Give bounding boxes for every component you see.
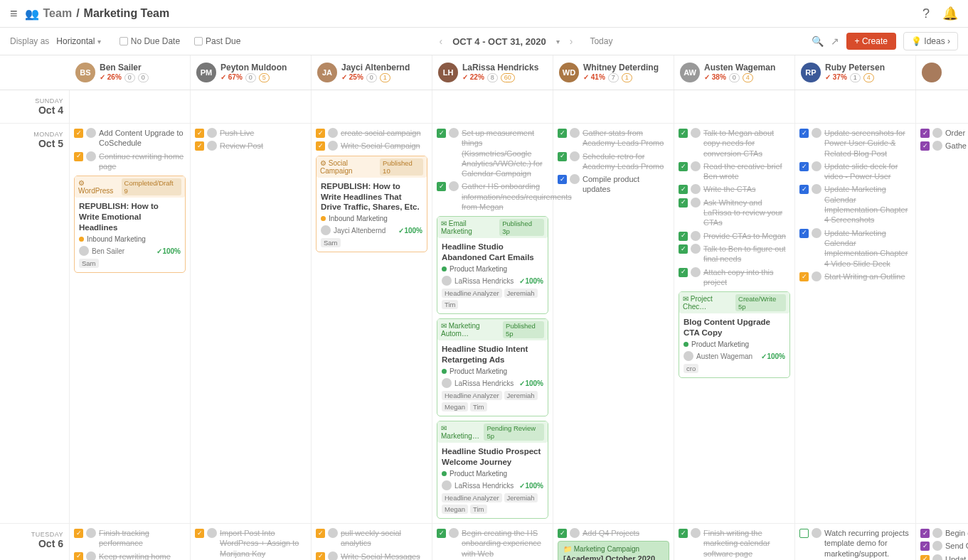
day-cell[interactable]: ✓ Gather stats from Academy Leads Promo✓… bbox=[553, 124, 674, 523]
task-item[interactable]: ✓ Push Live bbox=[195, 128, 307, 138]
checkbox-icon[interactable]: ✓ bbox=[558, 175, 567, 184]
task-item[interactable]: ✓ Update screenshots for Power User Guid… bbox=[799, 128, 911, 158]
day-cell[interactable]: ✓ Add Q4 Projects📁 Marketing Campaign [A… bbox=[553, 524, 674, 560]
task-item[interactable]: ✓ Write the CTAs bbox=[679, 184, 790, 194]
checkbox-icon[interactable]: ✓ bbox=[679, 244, 688, 254]
day-cell[interactable]: ✓ Order✓ Gathe points bbox=[916, 124, 968, 523]
tag-chip[interactable]: Tim bbox=[442, 300, 458, 309]
task-item[interactable]: ✓ Order bbox=[920, 128, 968, 138]
checkbox-icon[interactable]: ✓ bbox=[558, 129, 567, 138]
tag-chip[interactable]: Jeremiah bbox=[504, 391, 538, 400]
checkbox-icon[interactable]: ✓ bbox=[799, 129, 809, 138]
tag-chip[interactable]: Tim bbox=[470, 402, 486, 411]
day-cell[interactable]: ✓ Begin graph✓ Send Garret✓ Updat bbox=[916, 524, 968, 560]
checkbox-icon[interactable]: ✓ bbox=[74, 529, 83, 538]
day-cell[interactable] bbox=[312, 90, 432, 123]
task-item[interactable]: ✓ create social campaign bbox=[316, 128, 427, 138]
checkbox-icon[interactable]: ✓ bbox=[920, 141, 930, 151]
checkbox-icon[interactable]: ✓ bbox=[920, 542, 930, 551]
content-card[interactable]: ⚙ WordPressCompleted/Draft 9 REPUBLISH: … bbox=[74, 176, 186, 273]
task-item[interactable]: ✓ Compile product updates bbox=[558, 174, 669, 195]
checkbox-icon[interactable]: ✓ bbox=[316, 129, 325, 138]
next-range-button[interactable]: › bbox=[570, 36, 573, 47]
task-item[interactable]: ✓ Updat bbox=[920, 554, 968, 560]
checkbox-icon[interactable]: ✓ bbox=[799, 229, 809, 238]
search-icon[interactable]: 🔍 bbox=[812, 36, 824, 47]
task-item[interactable]: ✓ Update Marketing Calendar Implementati… bbox=[799, 228, 911, 269]
task-item[interactable]: ✓ Update slide deck for video - Power Us… bbox=[799, 161, 911, 182]
day-cell[interactable]: ✓ Add Content Upgrade to CoSchedule✓ Con… bbox=[70, 124, 191, 523]
task-item[interactable]: ✓ Talk to Megan about copy needs for con… bbox=[679, 128, 790, 158]
task-item[interactable]: Watch recurring projects template demo f… bbox=[799, 528, 911, 559]
help-icon[interactable]: ? bbox=[922, 6, 930, 21]
day-cell[interactable] bbox=[553, 90, 674, 123]
day-cell[interactable] bbox=[432, 90, 553, 123]
task-item[interactable]: ✓ Read the creative brief Ben wrote bbox=[679, 161, 790, 182]
checkbox-icon[interactable]: ✓ bbox=[74, 129, 83, 138]
task-item[interactable]: ✓ Import Post Into WordPress + Assign to… bbox=[195, 528, 307, 559]
day-cell[interactable] bbox=[70, 90, 191, 123]
tag-chip[interactable]: Megan bbox=[442, 402, 468, 411]
person-column-header[interactable] bbox=[916, 55, 968, 90]
checkbox-icon[interactable]: ✓ bbox=[679, 198, 688, 208]
menu-icon[interactable]: ≡ bbox=[10, 6, 18, 21]
no-due-date-filter[interactable]: No Due Date bbox=[119, 36, 180, 46]
task-item[interactable]: ✓ Finish writing the marketing calendar … bbox=[679, 528, 790, 559]
tag-chip[interactable]: Headline Analyzer bbox=[442, 493, 502, 502]
checkbox-icon[interactable]: ✓ bbox=[437, 129, 446, 138]
day-cell[interactable]: Watch recurring projects template demo f… bbox=[795, 524, 916, 560]
day-cell[interactable]: ✓ Talk to Megan about copy needs for con… bbox=[674, 124, 795, 523]
person-column-header[interactable]: AW Austen Wageman ✓ 38% 0 4 bbox=[674, 55, 795, 90]
tag-chip[interactable]: Headline Analyzer bbox=[442, 289, 502, 298]
person-column-header[interactable]: RP Ruby Petersen ✓ 37% 1 4 bbox=[795, 55, 916, 90]
day-cell[interactable]: ✓ Finish tracking performance✓ Keep rewr… bbox=[70, 524, 191, 560]
tag-chip[interactable]: cro bbox=[684, 364, 698, 373]
checkbox-icon[interactable]: ✓ bbox=[799, 162, 809, 171]
checkbox-icon[interactable]: ✓ bbox=[195, 129, 204, 138]
checkbox-icon[interactable]: ✓ bbox=[920, 555, 930, 560]
task-item[interactable]: ✓ Add Q4 Projects bbox=[558, 528, 669, 538]
tag-chip[interactable]: Megan bbox=[442, 505, 468, 514]
task-item[interactable]: ✓ Gather HS onboarding information/needs… bbox=[437, 181, 548, 212]
share-icon[interactable]: ↗ bbox=[831, 36, 839, 47]
checkbox-icon[interactable]: ✓ bbox=[195, 141, 204, 151]
day-cell[interactable]: ✓ Set up measurement things (Kissmetrics… bbox=[432, 124, 553, 523]
day-cell[interactable]: ✓ Begin creating the HS onboarding exper… bbox=[432, 524, 553, 560]
task-item[interactable]: ✓ Ask Whitney and LaRissa to review your… bbox=[679, 198, 790, 228]
chevron-down-icon[interactable]: ▾ bbox=[556, 38, 560, 45]
person-column-header[interactable]: LH LaRissa Hendricks ✓ 22% 8 60 bbox=[432, 55, 553, 90]
task-item[interactable]: ✓ Begin creating the HS onboarding exper… bbox=[437, 528, 548, 559]
content-card[interactable]: ✉ Email MarketingPublished 3p Headline S… bbox=[437, 216, 548, 314]
checkbox-icon[interactable]: ✓ bbox=[679, 129, 688, 138]
day-cell[interactable]: ✓ Update screenshots for Power User Guid… bbox=[795, 124, 916, 523]
day-cell[interactable]: ✓ Finish writing the marketing calendar … bbox=[674, 524, 795, 560]
day-cell[interactable]: ✓ pull weekly social analytics✓ Write So… bbox=[312, 524, 432, 560]
person-column-header[interactable]: WD Whitney Deterding ✓ 41% 7 1 bbox=[553, 55, 674, 90]
task-item[interactable]: ✓ Write Social Messages bbox=[316, 551, 427, 560]
checkbox-icon[interactable]: ✓ bbox=[679, 162, 688, 171]
content-card[interactable]: ✉ Marketing Autom…Published 5p Headline … bbox=[437, 318, 548, 416]
checkbox-icon[interactable]: ✓ bbox=[558, 152, 567, 161]
checkbox-icon[interactable]: ✓ bbox=[195, 529, 204, 538]
ideas-button[interactable]: 💡 Ideas › bbox=[903, 32, 958, 50]
prev-range-button[interactable]: ‹ bbox=[440, 36, 443, 47]
checkbox-icon[interactable]: ✓ bbox=[679, 268, 688, 277]
checkbox-icon[interactable]: ✓ bbox=[799, 272, 809, 281]
task-item[interactable]: ✓ Set up measurement things (Kissmetrics… bbox=[437, 128, 548, 178]
checkbox-icon[interactable]: ✓ bbox=[437, 529, 446, 538]
checkbox-icon[interactable]: ✓ bbox=[799, 185, 809, 194]
checkbox-icon[interactable]: ✓ bbox=[316, 529, 325, 538]
day-cell[interactable] bbox=[916, 90, 968, 123]
task-item[interactable]: ✓ Gather stats from Academy Leads Promo bbox=[558, 128, 669, 149]
bell-icon[interactable]: 🔔 bbox=[942, 6, 958, 21]
tag-chip[interactable]: Sam bbox=[321, 238, 341, 247]
task-item[interactable]: ✓ Attach copy into this project bbox=[679, 267, 790, 288]
task-item[interactable]: ✓ pull weekly social analytics bbox=[316, 528, 427, 549]
tag-chip[interactable]: Jeremiah bbox=[504, 493, 538, 502]
checkbox-icon[interactable]: ✓ bbox=[558, 529, 567, 538]
person-column-header[interactable]: JA Jayci Altenbernd ✓ 25% 0 1 bbox=[312, 55, 432, 90]
task-item[interactable]: ✓ Gathe points bbox=[920, 141, 968, 151]
tag-chip[interactable]: Tim bbox=[470, 505, 486, 514]
tag-chip[interactable]: Sam bbox=[79, 259, 99, 268]
past-due-filter[interactable]: Past Due bbox=[194, 36, 240, 46]
